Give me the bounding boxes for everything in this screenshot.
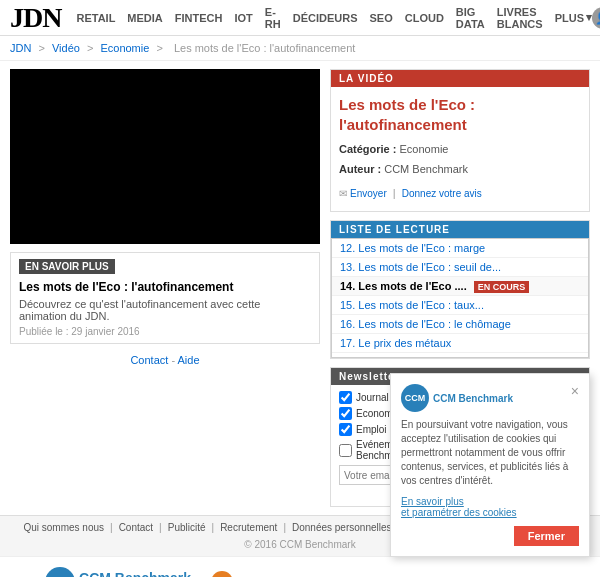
cookie-fermer-button[interactable]: Fermer (514, 526, 579, 546)
review-link[interactable]: Donnez votre avis (402, 188, 482, 199)
en-savoir-plus-title: Les mots de l'Eco : l'autofinancement (19, 280, 311, 294)
nav-erh[interactable]: E-RH (265, 6, 281, 30)
ccm-brand: CCM CCM Benchmark (401, 384, 513, 412)
en-savoir-plus-desc: Découvrez ce qu'est l'autofinancement av… (19, 298, 311, 322)
nav-cloud[interactable]: CLOUD (405, 12, 444, 24)
video-player[interactable] (10, 69, 320, 244)
footer-logo-ccm: CCM CCM Benchmark GROUP (45, 567, 191, 577)
nav-retail[interactable]: RETAIL (76, 12, 115, 24)
playlist-header: LISTE DE LECTURE (331, 221, 589, 238)
footer-contact[interactable]: Contact (119, 522, 153, 533)
send-link[interactable]: Envoyer (350, 188, 387, 199)
cookie-popup-body: En poursuivant votre navigation, vous ac… (401, 418, 579, 488)
user-area[interactable]: 👤 (592, 7, 600, 29)
video-info-box: LA VIDÉO Les mots de l'Eco : l'autofinan… (330, 69, 590, 212)
nl-checkbox-4[interactable] (339, 444, 352, 457)
cookie-popup-links: En savoir plus et paramétrer des cookies (401, 496, 579, 518)
list-item[interactable]: 12. Les mots de l'Eco : marge (332, 239, 588, 258)
breadcrumb-economie[interactable]: Economie (100, 42, 149, 54)
footer-logos: CCM CCM Benchmark GROUP ? Comment ça mar… (0, 556, 600, 577)
site-logo[interactable]: JDN (10, 2, 61, 34)
footer-qui[interactable]: Qui sommes nous (23, 522, 104, 533)
left-column: EN SAVOIR PLUS Les mots de l'Eco : l'aut… (10, 69, 320, 507)
nl-checkbox-3[interactable] (339, 423, 352, 436)
en-savoir-plus-label: EN SAVOIR PLUS (19, 259, 115, 274)
list-item-current[interactable]: 14. Les mots de l'Eco .... EN COURS (332, 277, 588, 296)
header: JDN RETAIL MEDIA FINTECH IOT E-RH DÉCIDE… (0, 0, 600, 36)
nav-livres[interactable]: LIVRES BLANCS (497, 6, 543, 30)
footer-recrutement[interactable]: Recrutement (220, 522, 277, 533)
nav-plus[interactable]: PLUS ▾ (555, 11, 592, 24)
list-item[interactable]: 17. Le prix des métaux (332, 334, 588, 353)
en-cours-badge: EN COURS (474, 281, 530, 293)
video-title: Les mots de l'Eco : l'autofinancement (339, 95, 581, 134)
contact-links: Contact - Aide (10, 354, 320, 366)
footer-logo-comment: ? Comment ça marche (211, 571, 329, 577)
contact-link[interactable]: Contact (130, 354, 168, 366)
cookie-popup: CCM CCM Benchmark × En poursuivant votre… (390, 373, 590, 557)
video-info-content: Les mots de l'Eco : l'autofinancement Ca… (331, 87, 589, 211)
main-nav: RETAIL MEDIA FINTECH IOT E-RH DÉCIDEURS … (76, 6, 592, 30)
list-item[interactable]: 15. Les mots de l'Eco : taux... (332, 296, 588, 315)
nav-fintech[interactable]: FINTECH (175, 12, 223, 24)
playlist-list: 12. Les mots de l'Eco : marge 13. Les mo… (332, 239, 588, 358)
list-item[interactable]: 16. Les mots de l'Eco : le chômage (332, 315, 588, 334)
playlist-scroll[interactable]: 12. Les mots de l'Eco : marge 13. Les mo… (331, 238, 589, 358)
breadcrumb: JDN > Vidéo > Economie > Les mots de l'E… (0, 36, 600, 61)
user-icon[interactable]: 👤 (592, 7, 600, 29)
aide-link[interactable]: Aide (178, 354, 200, 366)
cookie-learn-more-link[interactable]: En savoir plus (401, 496, 579, 507)
list-item[interactable]: 13. Les mots de l'Eco : seuil de... (332, 258, 588, 277)
nav-seo[interactable]: SEO (370, 12, 393, 24)
ccm-brand-name: CCM Benchmark (433, 393, 513, 404)
playlist-box: LISTE DE LECTURE 12. Les mots de l'Eco :… (330, 220, 590, 359)
nav-bigdata[interactable]: BIG DATA (456, 6, 485, 30)
breadcrumb-video[interactable]: Vidéo (52, 42, 80, 54)
breadcrumb-current: Les mots de l'Eco : l'autofinancement (174, 42, 356, 54)
ccm-popup-icon: CCM (401, 384, 429, 412)
footer-donnees[interactable]: Données personnelles (292, 522, 392, 533)
video-info-header: LA VIDÉO (331, 70, 589, 87)
cookie-settings-link[interactable]: et paramétrer des cookies (401, 507, 579, 518)
nl-checkbox-2[interactable] (339, 407, 352, 420)
nav-iot[interactable]: IOT (234, 12, 252, 24)
footer-pub[interactable]: Publicité (168, 522, 206, 533)
en-savoir-plus-date: Publiée le : 29 janvier 2016 (19, 326, 311, 337)
en-savoir-plus-box: EN SAVOIR PLUS Les mots de l'Eco : l'aut… (10, 252, 320, 344)
nl-checkbox-1[interactable] (339, 391, 352, 404)
popup-header: CCM CCM Benchmark × (401, 384, 579, 412)
nav-media[interactable]: MEDIA (127, 12, 162, 24)
footer-copyright: © 2016 CCM Benchmark (244, 539, 355, 550)
cookie-close-button[interactable]: × (571, 384, 579, 398)
nav-decideurs[interactable]: DÉCIDEURS (293, 12, 358, 24)
video-meta: Catégorie : Economie Auteur : CCM Benchm… (339, 140, 581, 203)
ccm-logo-text: CCM Benchmark (79, 570, 191, 577)
comment-icon: ? (211, 571, 233, 577)
list-item[interactable]: 18. Les mots de l'Eco : Asios (332, 353, 588, 358)
ccm-icon: CCM (45, 567, 75, 577)
breadcrumb-jdn[interactable]: JDN (10, 42, 31, 54)
